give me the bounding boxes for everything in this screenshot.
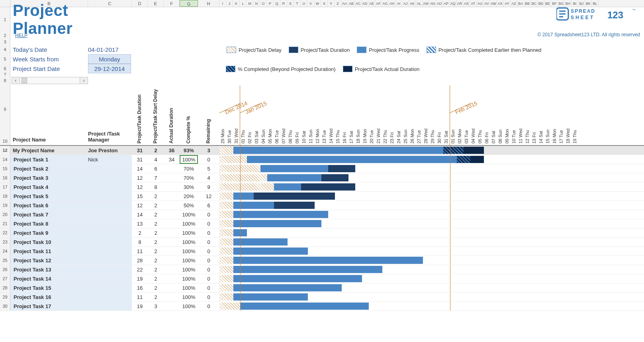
manager-cell[interactable] (88, 247, 132, 256)
scroll-left-button[interactable]: ‹ (12, 77, 20, 84)
column-header-name[interactable]: Project Name (10, 137, 88, 145)
task-row[interactable]: 26Project Task 13222100%0 (0, 265, 644, 274)
column-letter[interactable]: AD (362, 0, 368, 7)
actual-cell[interactable] (164, 302, 180, 311)
complete-cell[interactable]: 20% (180, 192, 198, 200)
task-row[interactable]: 28Project Task 15162100%0 (0, 283, 644, 293)
row-number[interactable]: 17 (0, 183, 10, 191)
actual-cell[interactable] (164, 256, 180, 265)
column-letter[interactable]: AA (341, 0, 348, 7)
complete-cell[interactable]: 93% (180, 146, 198, 155)
complete-cell[interactable]: 70% (180, 173, 198, 182)
duration-cell[interactable]: 11 (132, 293, 148, 301)
remaining-cell[interactable]: 0 (198, 219, 219, 228)
column-letter[interactable]: BL (592, 0, 599, 7)
column-letter[interactable]: G (180, 0, 198, 7)
remaining-cell[interactable]: 0 (198, 293, 219, 301)
column-letter[interactable]: BG (558, 0, 565, 7)
complete-cell[interactable]: 100% (180, 274, 198, 283)
selected-cell[interactable]: 100% (180, 155, 198, 164)
task-row[interactable]: 24Project Task 11112100%0 (0, 247, 644, 256)
column-letter[interactable]: AJ (402, 0, 409, 7)
delay-cell[interactable]: 2 (148, 210, 164, 219)
column-letter[interactable]: Y (328, 0, 335, 7)
task-name-cell[interactable]: Project Task 2 (10, 164, 88, 173)
week-starts-value[interactable]: Monday (88, 54, 131, 64)
column-letter[interactable]: BI (572, 0, 578, 7)
complete-cell[interactable]: 100% (180, 293, 198, 301)
column-letter[interactable]: AR (456, 0, 463, 7)
column-ruler[interactable]: BCDEFGHIJKLMNOPQRSTUVWXYZAAABACADAEAFAGA… (0, 0, 644, 7)
task-name-cell[interactable]: Project Task 11 (10, 247, 88, 256)
column-letter[interactable]: AL (416, 0, 423, 7)
column-letter[interactable]: AZ (511, 0, 517, 7)
manager-cell[interactable] (88, 283, 132, 292)
row-number[interactable]: 27 (0, 274, 10, 283)
complete-cell[interactable]: 100% (180, 265, 198, 274)
task-name-cell[interactable]: Project Task 17 (10, 302, 88, 311)
row-number[interactable]: 29 (0, 293, 10, 301)
delay-cell[interactable]: 2 (148, 192, 164, 200)
column-letter[interactable]: M (247, 0, 253, 7)
complete-cell[interactable]: 50% (180, 201, 198, 210)
complete-cell[interactable]: 100% (180, 219, 198, 228)
row-number[interactable]: 15 (0, 164, 10, 173)
duration-cell[interactable]: 11 (132, 247, 148, 256)
delay-cell[interactable]: 3 (148, 302, 164, 311)
task-row[interactable]: 15Project Task 214670%5 (0, 164, 644, 173)
row-number[interactable]: 26 (0, 265, 10, 274)
column-header-remaining[interactable]: Remaining (206, 119, 211, 143)
duration-cell[interactable]: 12 (132, 201, 148, 210)
actual-cell[interactable] (164, 192, 180, 200)
complete-cell[interactable]: 70% (180, 164, 198, 173)
column-letter[interactable]: D (132, 0, 148, 7)
manager-cell[interactable] (88, 201, 132, 210)
task-row[interactable]: 14Project Task 1Nick31434100%0 (0, 155, 644, 164)
manager-cell[interactable] (88, 293, 132, 301)
manager-cell[interactable] (88, 219, 132, 228)
column-letter[interactable]: AP (443, 0, 450, 7)
task-name-cell[interactable]: Project Task 9 (10, 228, 88, 237)
task-row[interactable]: 16Project Task 312770%4 (0, 173, 644, 183)
task-row[interactable]: 23Project Task 1082100%0 (0, 238, 644, 247)
duration-cell[interactable]: 19 (132, 302, 148, 311)
column-letter[interactable]: Q (274, 0, 280, 7)
delay-cell[interactable]: 2 (148, 283, 164, 292)
column-letter[interactable]: BE (544, 0, 551, 7)
task-name-cell[interactable]: Project Task 4 (10, 183, 88, 191)
column-letter[interactable]: AM (423, 0, 429, 7)
actual-cell[interactable] (164, 283, 180, 292)
complete-cell[interactable]: 100% (180, 247, 198, 256)
remaining-cell[interactable]: 12 (198, 192, 219, 200)
task-row[interactable]: 22Project Task 922100%0 (0, 228, 644, 238)
column-letter[interactable]: BB (524, 0, 531, 7)
task-row[interactable]: 17Project Task 412830%9 (0, 183, 644, 192)
duration-cell[interactable]: 22 (132, 265, 148, 274)
column-letter[interactable]: N (253, 0, 260, 7)
column-letter[interactable]: BK (585, 0, 592, 7)
column-header-actual[interactable]: Actual Duration (168, 108, 174, 143)
remaining-cell[interactable]: 0 (198, 265, 219, 274)
remaining-cell[interactable]: 3 (198, 146, 219, 155)
task-row[interactable]: 21Project Task 8132100%0 (0, 219, 644, 228)
task-row[interactable]: 20Project Task 7142100%0 (0, 210, 644, 219)
complete-cell[interactable]: 30% (180, 183, 198, 191)
delay-cell[interactable]: 2 (148, 256, 164, 265)
column-letter[interactable]: AI (395, 0, 402, 7)
column-letter[interactable]: BJ (578, 0, 585, 7)
column-letter[interactable]: T (294, 0, 301, 7)
complete-cell[interactable]: 100% (180, 256, 198, 265)
remaining-cell[interactable]: 4 (198, 173, 219, 182)
column-letter[interactable]: K (233, 0, 240, 7)
duration-cell[interactable]: 31 (132, 155, 148, 164)
row-number[interactable]: 4 (0, 45, 10, 54)
column-letter[interactable]: AU (477, 0, 483, 7)
duration-cell[interactable]: 15 (132, 192, 148, 200)
task-name-cell[interactable]: Project Task 3 (10, 173, 88, 182)
duration-cell[interactable]: 14 (132, 210, 148, 219)
remaining-cell[interactable]: 0 (198, 274, 219, 283)
row-number[interactable]: 1 (0, 7, 10, 32)
column-letter[interactable]: F (164, 0, 180, 7)
column-letter[interactable]: BA (517, 0, 524, 7)
row-number[interactable]: 14 (0, 155, 10, 164)
